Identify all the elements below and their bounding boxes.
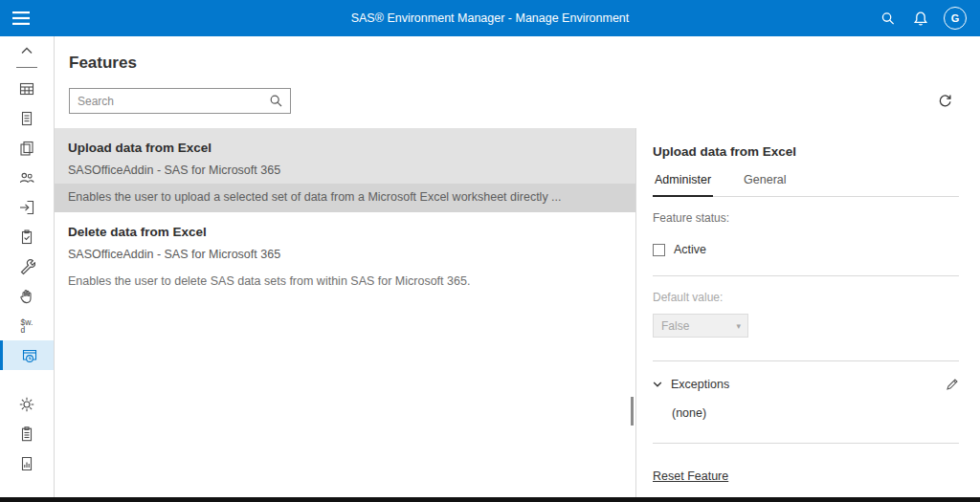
feature-title: Upload data from Excel [55,128,635,155]
tab-general[interactable]: General [742,173,788,196]
sidebar-item-features[interactable] [0,340,54,370]
sidebar-item-settings[interactable] [0,389,54,419]
feature-subtitle: SASOfficeAddin - SAS for Microsoft 365 [55,155,635,177]
sidebar-item-users[interactable] [0,163,54,192]
sidebar-item-jobs[interactable] [0,222,54,251]
detail-panel: Upload data from Excel Administer Genera… [636,128,980,497]
content-pages-icon [18,140,35,157]
import-icon [18,199,35,216]
content-header: Features [55,36,980,114]
search-box [69,88,291,114]
detail-title: Upload data from Excel [653,144,959,159]
app-window: SAS® Environment Manager - Manage Enviro… [0,0,980,502]
section-divider [653,275,959,276]
active-checkbox[interactable] [653,244,665,256]
hamburger-menu-button[interactable] [0,0,42,36]
data-report-icon [18,110,35,127]
users-groups-icon [18,169,35,186]
search-icon [880,11,896,27]
jobs-clipboard-icon [18,229,35,246]
user-defined-formats-icon: $w.d [21,318,33,334]
feature-subtitle: SASOfficeAddin - SAS for Microsoft 365 [55,239,635,261]
section-divider [653,360,959,361]
default-value-text: False [661,319,689,333]
sidebar-item-data[interactable] [0,103,54,133]
notifications-button[interactable] [907,0,934,36]
chevron-down-icon[interactable] [653,381,662,388]
sidebar-item-import[interactable] [0,192,54,222]
app-title: SAS® Environment Manager - Manage Enviro… [0,11,980,25]
list-item-delete-data-from-excel[interactable]: Delete data from Excel SASOfficeAddin - … [55,212,635,296]
sidebar-scroll-up-button[interactable] [0,40,54,61]
section-divider [653,443,959,444]
search-magnifier-icon[interactable] [269,94,290,108]
select-caret-icon: ▾ [736,321,741,331]
feature-title: Delete data from Excel [55,212,635,239]
sidebar-divider [16,67,37,68]
sidebar-item-tools[interactable] [0,251,54,281]
settings-gear-icon [18,396,35,413]
feature-list: Upload data from Excel SASOfficeAddin - … [55,128,636,497]
default-value-label: Default value: [653,291,959,304]
search-input[interactable] [70,95,269,108]
feature-description: Enables the user to delete SAS data sets… [55,268,635,296]
sidebar-item-formats[interactable]: $w.d [0,311,54,340]
exceptions-label: Exceptions [671,378,729,391]
exceptions-header: Exceptions [653,378,959,391]
avatar-initial: G [951,12,960,24]
sidebar-item-dashboard[interactable] [0,74,54,103]
tools-wrench-icon [18,258,35,275]
reset-feature-link[interactable]: Reset Feature [653,469,728,483]
topbar: SAS® Environment Manager - Manage Enviro… [0,0,980,36]
dashboard-grid-icon [18,80,35,98]
sidebar-item-logs[interactable] [0,419,54,448]
sidebar-item-devices[interactable] [0,281,54,311]
refresh-icon [937,93,953,109]
split-view: Upload data from Excel SASOfficeAddin - … [55,128,980,497]
body: $w.d [0,36,980,497]
feature-status-label: Feature status: [653,211,959,225]
logs-clipboard-icon [18,426,35,443]
window-bottom-edge [0,497,980,502]
devices-hand-icon [18,288,35,305]
sidebar-group-gap [0,370,54,389]
user-avatar[interactable]: G [944,7,967,30]
hamburger-menu-icon [12,11,30,25]
sidebar-item-usage[interactable] [0,448,54,478]
chevron-up-icon [20,47,33,55]
refresh-button[interactable] [931,92,959,110]
reset-row: Reset Feature [653,467,959,484]
feature-description: Enables the user to upload a selected se… [55,184,635,212]
usage-chart-icon [18,455,35,472]
default-value-select: False ▾ [653,314,748,338]
active-checkbox-row[interactable]: Active [653,243,959,256]
search-button[interactable] [875,0,902,36]
sidebar-item-content[interactable] [0,133,54,163]
scrollbar-thumb[interactable] [631,397,634,426]
main-content: Features [55,36,980,497]
list-item-upload-data-from-excel[interactable]: Upload data from Excel SASOfficeAddin - … [55,128,635,212]
bell-icon [913,11,928,27]
features-icon [21,347,38,364]
detail-tabs: Administer General [653,173,959,197]
search-row [69,88,969,114]
edit-pencil-icon[interactable] [946,378,959,391]
page-title: Features [69,54,969,73]
tab-administer[interactable]: Administer [653,173,713,197]
topbar-actions: G [875,0,980,36]
exceptions-value: (none) [653,406,959,420]
active-checkbox-label: Active [674,243,706,256]
sidebar: $w.d [0,36,55,497]
